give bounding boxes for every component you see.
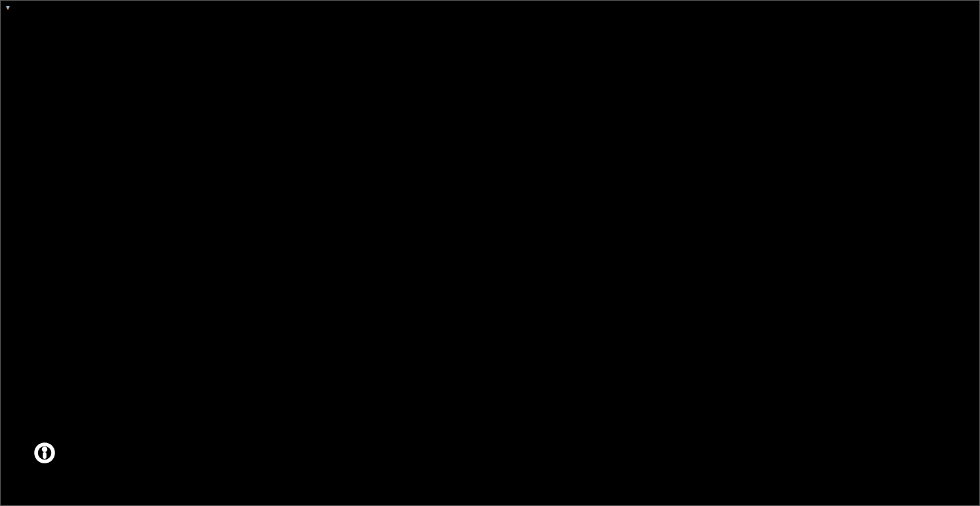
symbol-quote: ▼ <box>5 2 33 12</box>
gear-person-icon <box>36 444 53 461</box>
chart-canvas[interactable] <box>1 1 980 506</box>
chart-window: ▼ <box>0 0 980 506</box>
starburst-seal-icon <box>3 424 86 506</box>
brand-logo <box>3 424 86 506</box>
down-triangle-icon: ▼ <box>5 4 11 11</box>
